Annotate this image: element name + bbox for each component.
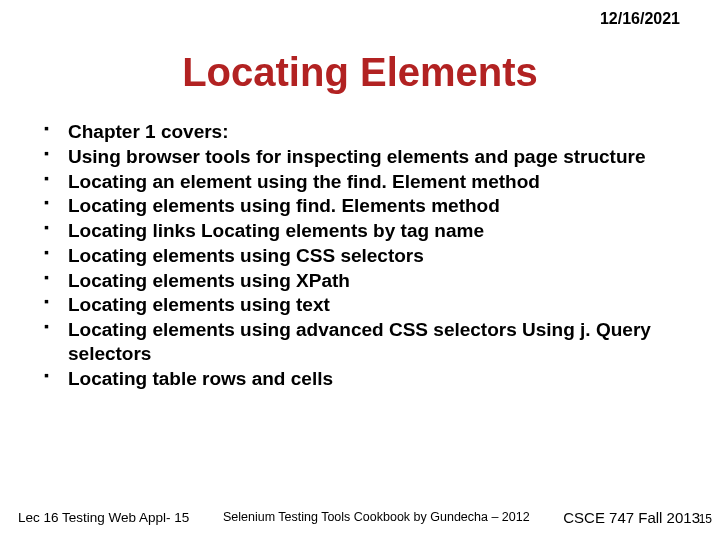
bullet-list: Chapter 1 covers: Using browser tools fo… [38, 120, 682, 390]
list-item: Locating elements using find. Elements m… [38, 194, 682, 218]
list-item: Locating table rows and cells [38, 367, 682, 391]
list-item: Locating elements using XPath [38, 269, 682, 293]
slide-footer: Lec 16 Testing Web Appl- 15 Selenium Tes… [0, 509, 720, 526]
page-number: 15 [699, 512, 712, 526]
list-item: Locating elements using CSS selectors [38, 244, 682, 268]
list-item: Locating an element using the find. Elem… [38, 170, 682, 194]
slide-title: Locating Elements [0, 50, 720, 95]
list-item: Locating elements using advanced CSS sel… [38, 318, 682, 366]
list-item: Locating links Locating elements by tag … [38, 219, 682, 243]
list-item: Chapter 1 covers: [38, 120, 682, 144]
footer-center: Selenium Testing Tools Cookbook by Gunde… [189, 510, 563, 524]
list-item: Locating elements using text [38, 293, 682, 317]
footer-right: CSCE 747 Fall 2013 [563, 509, 700, 526]
date-text: 12/16/2021 [600, 10, 680, 28]
footer-left: Lec 16 Testing Web Appl- 15 [18, 510, 189, 525]
list-item: Using browser tools for inspecting eleme… [38, 145, 682, 169]
slide-content: Chapter 1 covers: Using browser tools fo… [0, 120, 720, 390]
